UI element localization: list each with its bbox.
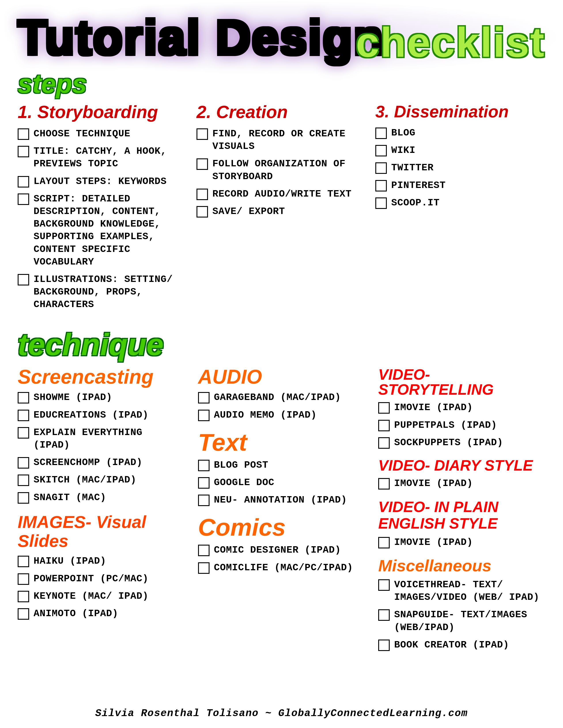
item-label: SCREENCHOMP (IPAD) [34,456,142,469]
steps-container: 1. Storyboarding CHOOSE TECHNIQUE TITLE:… [18,103,545,316]
checkbox[interactable] [378,609,390,621]
checkbox[interactable] [378,537,390,548]
checkbox[interactable] [375,128,387,139]
list-item: IMOVIE (IPAD) [378,401,545,414]
item-label: TITLE: CATCHY, A HOOK, PREVIEWS TOPIC [34,145,188,170]
list-item: BLOG POST [198,459,365,471]
checkbox[interactable] [378,420,390,431]
misc-section: Miscellaneous VOICETHREAD- TEXT/ IMAGES/… [378,557,545,651]
checkbox[interactable] [18,176,29,188]
dissemination-column: 3. Dissemination BLOG WIKI TWITTER PINTE… [375,103,545,316]
checkbox[interactable] [196,128,208,140]
audio-section: AUDIO GARAGEBAND (MAC/IPAD) AUDIO MEMO (… [198,367,365,421]
list-item: AUDIO MEMO (IPAD) [198,409,365,421]
checkbox[interactable] [375,197,387,209]
text-section: Text BLOG POST GOOGLE DOC NEU- ANNOTATIO… [198,430,365,507]
checkbox[interactable] [18,591,29,602]
text-title: Text [198,430,365,454]
item-label: FIND, RECORD OR CREATE VISUALS [212,128,367,153]
technique-grid: Screencasting SHOWME (IPAD) EDUCREATIONS… [18,367,545,660]
header: Tutorial Design checklist [18,13,545,62]
checkbox[interactable] [18,128,29,140]
video-plain-title: VIDEO- IN PLAIN ENGLISH STYLE [378,499,545,532]
item-label: GARAGEBAND (MAC/IPAD) [214,391,341,404]
item-label: SHOWME (IPAD) [34,391,112,404]
item-label: KEYNOTE (MAC/ IPAD) [34,590,148,602]
item-label: TWITTER [391,161,434,174]
checkbox[interactable] [18,193,29,205]
checkbox[interactable] [18,392,29,403]
item-label: VOICETHREAD- TEXT/ IMAGES/VIDEO (WEB/ IP… [394,578,545,604]
checkbox[interactable] [198,460,209,471]
checkbox[interactable] [18,146,29,157]
checkbox[interactable] [18,274,29,285]
footer-text: Silvia Rosenthal Tolisano ~ GloballyConn… [95,708,468,719]
checkbox[interactable] [196,158,208,170]
storyboarding-column: 1. Storyboarding CHOOSE TECHNIQUE TITLE:… [18,103,188,316]
checkbox[interactable] [18,608,29,620]
checkbox[interactable] [378,478,390,490]
video-diary-title: VIDEO- DIARY STYLE [378,458,545,473]
technique-label: technique [18,327,164,362]
technique-col-mid: AUDIO GARAGEBAND (MAC/IPAD) AUDIO MEMO (… [198,367,365,660]
checkbox[interactable] [378,640,390,651]
checkbox[interactable] [18,457,29,469]
item-label: AUDIO MEMO (IPAD) [214,409,317,421]
item-label: PINTEREST [391,179,446,192]
item-label: SNAPGUIDE- TEXT/IMAGES (WEB/IPAD) [394,608,545,634]
list-item: CHOOSE TECHNIQUE [18,128,188,140]
technique-col-right: VIDEO- STORYTELLING IMOVIE (IPAD) PUPPET… [378,367,545,660]
steps-label-container: steps [18,64,545,101]
list-item: NEU- ANNOTATION (IPAD) [198,494,365,506]
checkbox[interactable] [196,189,208,200]
creation-heading: 2. Creation [196,103,367,121]
item-label: FOLLOW ORGANIZATION OF STORYBOARD [212,158,367,183]
checkbox[interactable] [378,402,390,414]
item-label: IMOVIE (IPAD) [394,477,473,490]
item-label: CHOOSE TECHNIQUE [34,128,130,140]
checkbox[interactable] [198,392,209,403]
list-item: TITLE: CATCHY, A HOOK, PREVIEWS TOPIC [18,145,188,170]
checkbox[interactable] [375,145,387,156]
creation-column: 2. Creation FIND, RECORD OR CREATE VISUA… [196,103,367,316]
list-item: KEYNOTE (MAC/ IPAD) [18,590,185,602]
checkbox[interactable] [375,180,387,191]
video-plain-section: VIDEO- IN PLAIN ENGLISH STYLE IMOVIE (IP… [378,499,545,549]
item-label: SNAGIT (MAC) [34,491,106,504]
list-item: FOLLOW ORGANIZATION OF STORYBOARD [196,158,367,183]
list-item: WIKI [375,144,545,157]
checkbox[interactable] [198,562,209,574]
checkbox[interactable] [18,556,29,567]
item-label: SCRIPT: DETAILED DESCRIPTION, CONTENT, B… [34,193,188,268]
list-item: IMOVIE (IPAD) [378,536,545,549]
checkbox[interactable] [198,410,209,421]
checkbox[interactable] [18,410,29,421]
list-item: IMOVIE (IPAD) [378,477,545,490]
list-item: HAIKU (IPAD) [18,555,185,567]
checkbox[interactable] [18,475,29,486]
item-label: SAVE/ EXPORT [212,205,285,218]
list-item: SNAGIT (MAC) [18,491,185,504]
item-label: LAYOUT STEPS: KEYWORDS [34,175,167,188]
item-label: HAIKU (IPAD) [34,555,106,567]
checkbox[interactable] [198,545,209,556]
checkbox[interactable] [375,162,387,174]
checkbox[interactable] [196,206,208,218]
checkbox[interactable] [378,437,390,449]
checkbox[interactable] [18,492,29,504]
item-label: COMICLIFE (MAC/PC/IPAD) [214,561,353,574]
checkbox[interactable] [198,495,209,506]
list-item: PINTEREST [375,179,545,192]
item-label: COMIC DESIGNER (IPAD) [214,544,341,556]
main-title: Tutorial Design [18,13,384,62]
list-item: PUPPETPALS (IPAD) [378,419,545,432]
item-label: ILLUSTRATIONS: SETTING/ BACKGROUND, PROP… [34,273,188,311]
checkbox[interactable] [198,477,209,489]
checkbox[interactable] [378,579,390,591]
checkbox[interactable] [18,573,29,585]
item-label: POWERPOINT (PC/MAC) [34,572,148,585]
list-item: BOOK CREATOR (IPAD) [378,639,545,651]
checkbox[interactable] [18,427,29,439]
list-item: SCOOP.IT [375,197,545,209]
list-item: SAVE/ EXPORT [196,205,367,218]
